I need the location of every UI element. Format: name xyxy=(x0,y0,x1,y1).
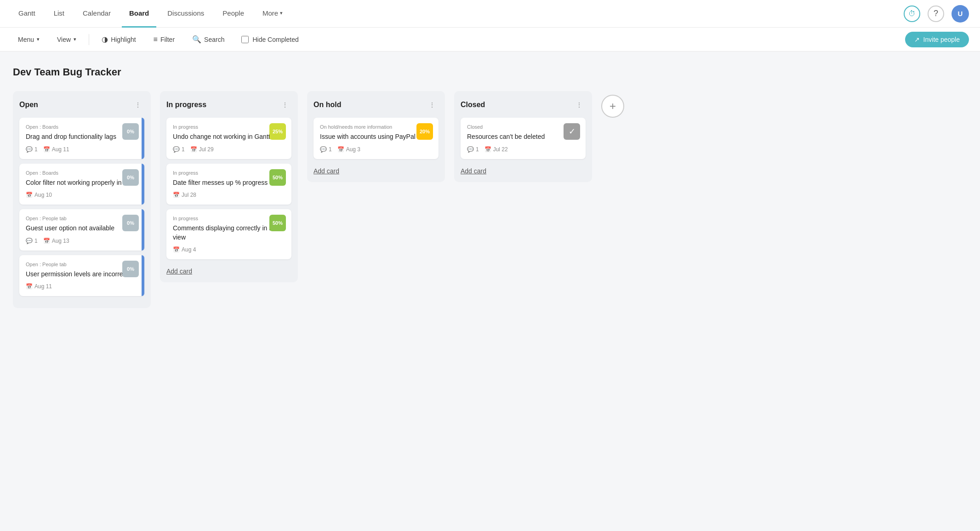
separator xyxy=(89,34,89,45)
card-category: Open : People tab xyxy=(26,216,138,221)
calendar-icon: 📅 xyxy=(484,146,491,153)
filter-button[interactable]: ≡ Filter xyxy=(147,32,182,47)
column-menu-button[interactable]: ⋮ xyxy=(426,98,439,111)
column-open: Open ⋮ 0% Open : Boards Drag and drop fu… xyxy=(13,91,151,308)
highlight-icon: ◑ xyxy=(102,35,108,44)
card-stripe xyxy=(142,164,144,205)
help-icon-button[interactable]: ? xyxy=(928,6,944,22)
progress-badge: 50% xyxy=(269,169,286,186)
tab-people[interactable]: People xyxy=(215,0,251,28)
help-icon: ? xyxy=(934,9,938,18)
user-avatar[interactable]: U xyxy=(952,5,969,23)
card-date: 📅Aug 11 xyxy=(26,283,52,290)
progress-badge: 25% xyxy=(269,123,286,140)
closed-badge: ✓ xyxy=(564,123,580,140)
invite-people-button[interactable]: ↗ Invite people xyxy=(905,32,969,47)
column-title: On hold xyxy=(313,101,341,109)
search-icon: 🔍 xyxy=(192,35,201,44)
comment-icon: 💬 xyxy=(173,146,180,153)
progress-badge: 0% xyxy=(122,169,139,186)
comment-icon: 💬 xyxy=(467,146,474,153)
column-menu-button[interactable]: ⋮ xyxy=(279,98,291,111)
card-date: 📅Aug 3 xyxy=(337,146,360,153)
tab-more[interactable]: More ▾ xyxy=(255,0,290,28)
highlight-button[interactable]: ◑ Highlight xyxy=(95,32,142,47)
top-navigation: Gantt List Calendar Board Discussions Pe… xyxy=(0,0,980,28)
column-header: Open ⋮ xyxy=(19,98,144,111)
column-on-hold: On hold ⋮ 20% On hold/needs more informa… xyxy=(307,91,445,182)
card[interactable]: 0% Open : Boards Drag and drop functiona… xyxy=(19,118,144,159)
card-category: In progress xyxy=(173,216,285,221)
add-card-link[interactable]: Add card xyxy=(166,268,192,275)
card[interactable]: 0% Open : People tab Guest user option n… xyxy=(19,209,144,251)
card[interactable]: 25% In progress Undo change not working … xyxy=(166,118,291,159)
add-column-button[interactable]: + xyxy=(601,95,624,118)
clock-icon: ⏱ xyxy=(908,10,916,18)
comment-count: 💬1 xyxy=(467,146,479,153)
progress-badge: 0% xyxy=(122,123,139,140)
card-date: 📅Aug 10 xyxy=(26,192,52,198)
card-category: Open : Boards xyxy=(26,170,138,176)
card-footer: 📅Jul 28 xyxy=(173,192,285,198)
calendar-icon: 📅 xyxy=(43,238,50,244)
card-stripe xyxy=(142,255,144,297)
card-date: 📅Aug 11 xyxy=(43,146,69,153)
calendar-icon: 📅 xyxy=(26,283,33,290)
chevron-down-icon: ▾ xyxy=(74,36,76,42)
card[interactable]: 20% On hold/needs more information Issue… xyxy=(313,118,439,159)
comment-count: 💬1 xyxy=(173,146,185,153)
card-title: Comments displaying correctly in List vi… xyxy=(173,224,285,242)
tab-discussions[interactable]: Discussions xyxy=(160,0,211,28)
card[interactable]: ✓ Closed Resources can't be deleted 💬1📅J… xyxy=(461,118,586,159)
card-footer: 💬1📅Aug 11 xyxy=(26,146,138,153)
card-footer: 📅Aug 10 xyxy=(26,192,138,198)
column-menu-button[interactable]: ⋮ xyxy=(573,98,586,111)
add-card-link[interactable]: Add card xyxy=(313,167,339,175)
card-category: Open : People tab xyxy=(26,262,138,267)
column-title: Open xyxy=(19,101,38,109)
comment-icon: 💬 xyxy=(320,146,327,153)
tab-gantt[interactable]: Gantt xyxy=(11,0,43,28)
card[interactable]: 50% In progress Date filter messes up % … xyxy=(166,164,291,205)
main-content: Dev Team Bug Tracker Open ⋮ 0% Open : Bo… xyxy=(0,51,980,323)
column-menu-button[interactable]: ⋮ xyxy=(131,98,144,111)
search-button[interactable]: 🔍 Search xyxy=(185,32,231,47)
calendar-icon: 📅 xyxy=(173,192,180,198)
card-stripe xyxy=(142,209,144,251)
tab-list[interactable]: List xyxy=(46,0,72,28)
progress-badge: 0% xyxy=(122,261,139,277)
card-title: Resources can't be deleted xyxy=(467,132,579,142)
comment-icon: 💬 xyxy=(26,238,33,244)
comment-icon: 💬 xyxy=(26,146,33,153)
tab-board[interactable]: Board xyxy=(122,0,156,28)
card[interactable]: 0% Open : People tab User permission lev… xyxy=(19,255,144,297)
chevron-down-icon: ▾ xyxy=(280,10,283,16)
nav-tabs: Gantt List Calendar Board Discussions Pe… xyxy=(11,0,904,28)
board: Open ⋮ 0% Open : Boards Drag and drop fu… xyxy=(13,91,967,308)
column-header: Closed ⋮ xyxy=(461,98,586,111)
calendar-icon: 📅 xyxy=(26,192,33,198)
card-title: Color filter not working properly in IE xyxy=(26,178,138,188)
card-title: Issue with accounts using PayPal xyxy=(320,132,432,142)
calendar-icon: 📅 xyxy=(173,246,180,253)
card[interactable]: 50% In progress Comments displaying corr… xyxy=(166,209,291,259)
card-title: Undo change not working in Gantt view xyxy=(173,132,285,142)
comment-count: 💬1 xyxy=(26,238,38,244)
card-title: Guest user option not available xyxy=(26,224,138,233)
card[interactable]: 0% Open : Boards Color filter not workin… xyxy=(19,164,144,205)
calendar-icon: 📅 xyxy=(43,146,50,153)
add-card-link[interactable]: Add card xyxy=(461,167,486,175)
hide-completed-toggle[interactable]: Hide Completed xyxy=(235,33,305,46)
toolbar-right: ↗ Invite people xyxy=(905,32,969,47)
tab-calendar[interactable]: Calendar xyxy=(75,0,118,28)
nav-right-actions: ⏱ ? U xyxy=(904,5,969,23)
menu-button[interactable]: Menu ▾ xyxy=(11,33,46,46)
column-title: Closed xyxy=(461,101,485,109)
view-button[interactable]: View ▾ xyxy=(50,33,83,46)
card-category: On hold/needs more information xyxy=(320,124,432,130)
toolbar: Menu ▾ View ▾ ◑ Highlight ≡ Filter 🔍 Sea… xyxy=(0,28,980,51)
clock-icon-button[interactable]: ⏱ xyxy=(904,6,920,22)
filter-icon: ≡ xyxy=(154,35,158,44)
hide-completed-checkbox[interactable] xyxy=(241,36,249,43)
card-category: Closed xyxy=(467,124,579,130)
